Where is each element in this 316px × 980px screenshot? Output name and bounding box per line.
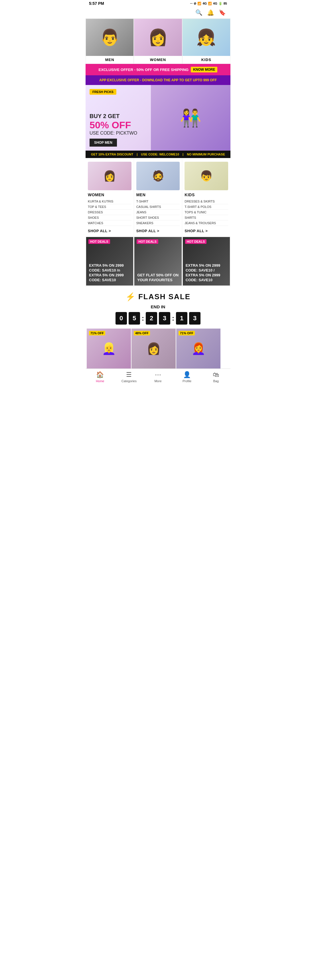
- hot-deal-text-0: EXTRA 5% ON 2999 CODE: SAVE10 /n EXTRA 5…: [89, 263, 130, 283]
- discount-part3: NO MINIMUM PURCHASE: [187, 153, 225, 156]
- hot-deal-1[interactable]: HOT DEALS GET FLAT 50% OFF ON YOUR FAVOU…: [134, 237, 181, 285]
- kids-item-4[interactable]: JEANS & TROUSERS: [184, 221, 228, 226]
- women-item-2[interactable]: DRESSES: [88, 210, 132, 215]
- men-shop-all[interactable]: SHOP ALL >: [136, 229, 180, 233]
- search-icon[interactable]: 🔍: [195, 9, 202, 16]
- hot-deal-0[interactable]: HOT DEALS EXTRA 5% ON 2999 CODE: SAVE10 …: [86, 237, 133, 285]
- discount-part1: GET 10% EXTRA DISCOUNT: [91, 153, 133, 156]
- women-item-3[interactable]: SHOES: [88, 215, 132, 221]
- women-item-4[interactable]: WATCHES: [88, 221, 132, 226]
- hot-deal-text-2: EXTRA 5% ON 2999 CODE: SAVE10 / EXTRA 5%…: [186, 263, 227, 283]
- men-listing-col: 🧔 MEN T-SHIRT CASUAL SHIRTS JEANS SHORT …: [134, 158, 183, 237]
- men-item-3[interactable]: SHORT SHOES: [136, 215, 180, 221]
- nav-home[interactable]: 🏠 Home: [86, 371, 115, 383]
- nav-more[interactable]: ⋯ More: [143, 371, 173, 383]
- hot-deal-badge-1: HOT DEALS: [137, 239, 158, 244]
- flash-end-label: END IN: [90, 304, 226, 309]
- bottom-nav: 🏠 Home ☰ Categories ⋯ More 👤 Profile 🛍 B…: [86, 369, 230, 384]
- kids-image: 👧: [183, 19, 230, 56]
- timer-m1: 2: [146, 312, 157, 325]
- women-col-title: WOMEN: [88, 192, 132, 197]
- flash-product-1[interactable]: 48% OFF 👩: [132, 329, 176, 369]
- status-time: 5:57 PM: [89, 1, 104, 6]
- categories-icon: ☰: [126, 371, 132, 379]
- kids-item-2[interactable]: TOPS & TUNIC: [184, 210, 228, 215]
- flash-sale-title: ⚡ FLASH SALE: [90, 292, 226, 301]
- nav-categories-label: Categories: [122, 379, 137, 383]
- flash-product-0[interactable]: 71% OFF 👱‍♀️: [87, 329, 131, 369]
- nav-bag-label: Bag: [213, 379, 219, 383]
- off-badge-2: 71% OFF: [179, 331, 195, 336]
- kids-item-3[interactable]: SHIRTS: [184, 215, 228, 221]
- nav-more-label: More: [154, 379, 161, 383]
- women-shop-all[interactable]: SHOP ALL >: [88, 229, 132, 233]
- men-item-1[interactable]: CASUAL SHIRTS: [136, 204, 180, 210]
- exclusive-offer-text: EXCLUSIVE OFFER - 50% OFF OR FREE SHIPPI…: [99, 68, 189, 72]
- discount-sep1: |: [137, 153, 138, 156]
- exclusive-offer-banner: EXCLUSIVE OFFER - 50% OFF OR FREE SHIPPI…: [86, 64, 230, 75]
- category-kids[interactable]: 👧 KIDS: [182, 19, 230, 64]
- know-more-button[interactable]: KNOW MORE: [191, 67, 218, 72]
- kids-col-title: KIDS: [184, 192, 228, 197]
- discount-sep2: |: [183, 153, 183, 156]
- flash-product-2[interactable]: 71% OFF 👩‍🦰: [176, 329, 221, 369]
- bookmark-icon[interactable]: 🔖: [219, 9, 226, 16]
- hero-banner: 👫 FRESH PICKS BUY 2 GET 50% OFF USE CODE…: [86, 85, 230, 151]
- women-item-1[interactable]: TOP & TEES: [88, 204, 132, 210]
- men-image: 👨: [86, 19, 133, 56]
- nav-home-label: Home: [96, 379, 104, 383]
- timer-m2: 3: [159, 312, 170, 325]
- more-icon: ⋯: [155, 371, 161, 379]
- hot-deal-badge-0: HOT DEALS: [88, 239, 110, 244]
- shop-men-button[interactable]: SHOP MEN: [90, 138, 117, 146]
- nav-categories[interactable]: ☰ Categories: [115, 371, 144, 383]
- header: 🔍 🔔 🔖: [86, 7, 230, 19]
- notification-icon[interactable]: 🔔: [207, 9, 214, 16]
- women-listing-image: 👩: [88, 162, 132, 190]
- men-col-title: MEN: [136, 192, 180, 197]
- hot-deal-text-1: GET FLAT 50% OFF ON YOUR FAVOURITES: [137, 273, 179, 283]
- hero-model-image: 👫: [151, 85, 230, 151]
- app-exclusive-banner: APP EXCLUSIVE OFFER - DOWNLOAD THE APP T…: [86, 75, 230, 85]
- men-label: MEN: [86, 56, 133, 64]
- nav-profile[interactable]: 👤 Profile: [173, 371, 202, 383]
- off-badge-0: 71% OFF: [89, 331, 105, 336]
- category-women[interactable]: 👩 WOMEN: [134, 19, 182, 64]
- hot-deals-row: HOT DEALS EXTRA 5% ON 2999 CODE: SAVE10 …: [86, 237, 230, 286]
- category-row: 👨 MEN 👩 WOMEN 👧 KIDS: [86, 19, 230, 64]
- flash-timer: 0 5 : 2 3 : 1 3: [90, 312, 226, 325]
- timer-h1: 0: [116, 312, 127, 325]
- women-item-0[interactable]: KURTA & KUTRIS: [88, 199, 132, 204]
- flash-products-row: 71% OFF 👱‍♀️ 48% OFF 👩 71% OFF 👩‍🦰: [86, 329, 230, 369]
- women-image: 👩: [134, 19, 182, 56]
- kids-label: KIDS: [183, 56, 230, 64]
- profile-icon: 👤: [183, 371, 191, 379]
- kids-listing-col: 👦 KIDS DRESSES & SKIRTS T-SHIRT & POLOS …: [182, 158, 230, 237]
- timer-h2: 5: [129, 312, 140, 325]
- app-offer-text: APP EXCLUSIVE OFFER - DOWNLOAD THE APP T…: [99, 78, 217, 82]
- status-bar: 5:57 PM ··· ⊘ 📶 4G 📶 4G 🔋 85: [86, 0, 230, 7]
- flash-sale-section: ⚡ FLASH SALE END IN 0 5 : 2 3 : 1 3: [86, 286, 230, 329]
- discount-code: USE CODE: WELCOME10: [141, 153, 179, 156]
- hot-deal-2[interactable]: HOT DEALS EXTRA 5% ON 2999 CODE: SAVE10 …: [183, 237, 230, 285]
- bag-icon: 🛍: [213, 371, 219, 379]
- lightning-icon: ⚡: [125, 292, 136, 301]
- category-men[interactable]: 👨 MEN: [86, 19, 134, 64]
- timer-s2: 3: [189, 312, 200, 325]
- timer-s1: 1: [176, 312, 187, 325]
- timer-colon-1: :: [142, 314, 144, 322]
- nav-profile-label: Profile: [183, 379, 191, 383]
- men-listing-image: 🧔: [136, 162, 180, 190]
- men-item-2[interactable]: JEANS: [136, 210, 180, 215]
- men-item-0[interactable]: T-SHIRT: [136, 199, 180, 204]
- off-badge-1: 48% OFF: [134, 331, 150, 336]
- timer-colon-2: :: [172, 314, 174, 322]
- flash-sale-label: FLASH SALE: [138, 292, 191, 301]
- kids-item-0[interactable]: DRESSES & SKIRTS: [184, 199, 228, 204]
- women-listing-col: 👩 WOMEN KURTA & KUTRIS TOP & TEES DRESSE…: [86, 158, 134, 237]
- nav-bag[interactable]: 🛍 Bag: [202, 371, 230, 383]
- kids-item-1[interactable]: T-SHIRT & POLOS: [184, 204, 228, 210]
- category-listing-row: 👩 WOMEN KURTA & KUTRIS TOP & TEES DRESSE…: [86, 158, 230, 237]
- men-item-4[interactable]: SNEAKERS: [136, 221, 180, 226]
- kids-shop-all[interactable]: SHOP ALL >: [184, 229, 228, 233]
